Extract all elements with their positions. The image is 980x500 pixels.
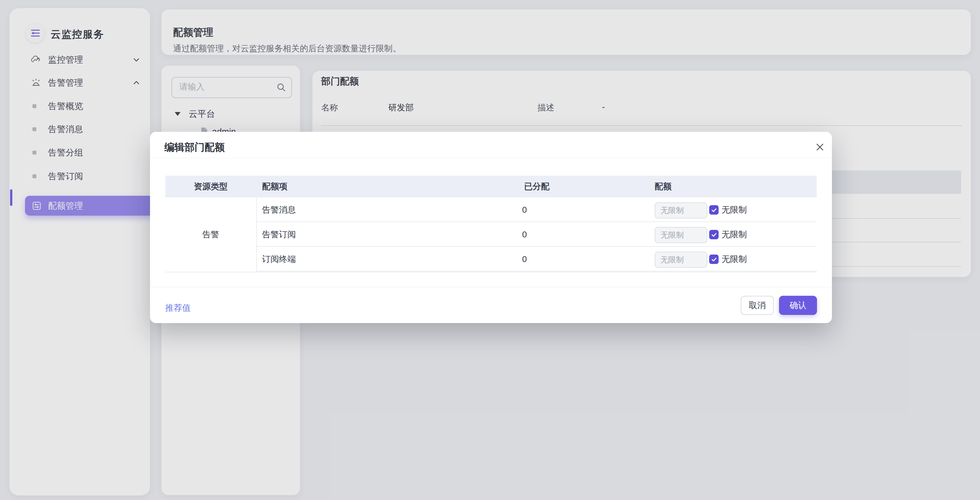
- table-bottom-border: [165, 272, 817, 272]
- edit-department-quota-modal: 编辑部门配额 资源类型 配额项 已分配 配额 告警消息 0: [150, 132, 832, 323]
- column-header-resource-type: 资源类型: [165, 181, 256, 192]
- table-row: 告警订阅 0 无限制: [165, 222, 817, 247]
- confirm-button[interactable]: 确认: [779, 296, 817, 315]
- column-header-allocated: 已分配: [524, 181, 549, 192]
- column-header-quota-item: 配额项: [262, 181, 287, 192]
- unlimited-label: 无限制: [722, 229, 747, 240]
- quota-item-name: 订阅终端: [262, 253, 296, 265]
- column-header-quota: 配额: [655, 181, 671, 192]
- quota-value-input[interactable]: [655, 227, 707, 243]
- quota-item-name: 告警订阅: [262, 229, 296, 240]
- unlimited-label: 无限制: [722, 253, 747, 265]
- divider: [150, 287, 832, 287]
- table-row: 告警消息 0 无限制: [165, 197, 817, 222]
- unlimited-checkbox[interactable]: [709, 230, 719, 239]
- table-row: 订阅终端 0 无限制: [165, 247, 817, 271]
- quota-table-body: 告警消息 0 无限制 告警订阅 0: [165, 197, 817, 272]
- allocated-value: 0: [522, 205, 527, 215]
- quota-value-input[interactable]: [655, 202, 707, 218]
- divider: [150, 158, 832, 158]
- quota-value-input[interactable]: [655, 252, 707, 268]
- unlimited-label: 无限制: [722, 204, 747, 216]
- unlimited-checkbox[interactable]: [709, 255, 719, 264]
- modal-title: 编辑部门配额: [164, 140, 225, 154]
- allocated-value: 0: [522, 254, 527, 264]
- recommended-values-link[interactable]: 推荐值: [165, 302, 191, 314]
- quota-item-name: 告警消息: [262, 204, 296, 216]
- app-root: 云监控服务 监控管理: [0, 0, 980, 500]
- resource-type-cell: 告警: [165, 197, 257, 272]
- allocated-value: 0: [522, 229, 527, 240]
- quota-table-header: 资源类型 配额项 已分配 配额: [165, 176, 817, 197]
- cancel-button[interactable]: 取消: [741, 296, 774, 315]
- unlimited-checkbox[interactable]: [709, 205, 719, 215]
- row-divider: [256, 271, 817, 271]
- close-icon[interactable]: [813, 140, 827, 154]
